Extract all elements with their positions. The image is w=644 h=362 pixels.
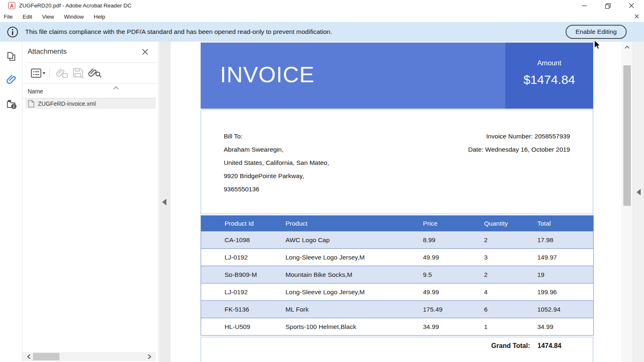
- expand-tools-pane-icon[interactable]: [637, 189, 641, 195]
- open-attachment-icon[interactable]: [55, 66, 69, 81]
- menu-file[interactable]: File: [4, 12, 13, 21]
- cell-product: Mountain Bike Socks,M: [262, 266, 400, 283]
- cell-total: 199.96: [522, 283, 594, 301]
- menu-view[interactable]: View: [42, 12, 54, 21]
- notification-message: This file claims compliance with the PDF…: [25, 28, 332, 36]
- table-row: LJ-0192 Long-Sleeve Logo Jersey,M 49.99 …: [201, 283, 594, 301]
- panel-splitter[interactable]: [159, 42, 170, 362]
- toolbar-separator: [50, 67, 50, 79]
- page-thumbnails-icon[interactable]: [6, 51, 17, 62]
- cell-price: 175.49: [400, 301, 461, 318]
- search-attachments-icon[interactable]: [88, 66, 102, 81]
- table-row: CA-1098 AWC Logo Cap 8.99 2 17.98: [201, 231, 594, 249]
- menu-window[interactable]: Window: [64, 12, 84, 21]
- file-icon: [28, 100, 34, 107]
- cell-product: Sports-100 Helmet,Black: [262, 318, 400, 336]
- vertical-scroll-thumb[interactable]: [623, 65, 631, 206]
- cell-price: 8.99: [400, 231, 461, 249]
- horizontal-scroll-thumb[interactable]: [33, 353, 59, 360]
- attachments-paperclip-icon[interactable]: [6, 74, 17, 85]
- column-quantity: Quantity: [461, 216, 522, 231]
- cell-product-id: LJ-0192: [201, 283, 262, 301]
- invoice-number: Invoice Number: 2058557939: [468, 130, 570, 143]
- billto-line: Abraham Swearegin,: [224, 143, 329, 156]
- name-column-label: Name: [28, 88, 43, 95]
- document-pane: INVOICE Amount $1474.84 Bill To: Abraham…: [171, 42, 621, 362]
- close-bar-icon[interactable]: [633, 13, 641, 20]
- panel-divider: [28, 62, 156, 63]
- column-product: Product: [262, 216, 400, 231]
- column-product-id: Product Id: [201, 216, 262, 231]
- cell-product-id: FK-5136: [201, 301, 262, 318]
- cell-total: 149.97: [522, 249, 594, 266]
- cell-product-id: LJ-0192: [201, 249, 262, 266]
- billto-line: 9365550136: [224, 183, 329, 196]
- info-icon: [7, 26, 18, 38]
- pdfa-notification-bar: This file claims compliance with the PDF…: [0, 22, 644, 42]
- cell-quantity: 1: [461, 318, 522, 336]
- menu-bar: File Edit View Window Help: [0, 12, 644, 22]
- sort-ascending-icon: [113, 86, 119, 90]
- invoice-title: INVOICE: [220, 62, 315, 87]
- acrobat-app-icon: [8, 2, 15, 9]
- acrobat-reader-window: ZUGFeRD20.pdf - Adobe Acrobat Reader DC …: [0, 0, 644, 362]
- cell-product-id: So-B909-M: [201, 266, 262, 283]
- collapse-panel-icon[interactable]: [162, 199, 166, 205]
- billto-line: United States, California, San Mateo,: [224, 156, 329, 169]
- cell-price: 49.99: [400, 249, 461, 266]
- scroll-right-icon[interactable]: [146, 353, 153, 360]
- cell-product-id: HL-U509: [201, 318, 262, 336]
- table-row: FK-5136 ML Fork 175.49 6 1052.94: [201, 301, 594, 318]
- scroll-up-icon[interactable]: [624, 44, 630, 50]
- name-column-header[interactable]: Name: [22, 85, 156, 98]
- table-row: So-B909-M Mountain Bike Socks,M 9.5 2 19: [201, 266, 594, 283]
- cell-total: 19: [522, 266, 594, 283]
- cell-total: 34.99: [522, 318, 594, 336]
- enable-editing-button[interactable]: Enable Editing: [566, 25, 627, 39]
- billto-line: 9920 BridgePointe Parkway,: [224, 169, 329, 183]
- cell-product: ML Fork: [262, 301, 400, 318]
- invoice-meta-block: Invoice Number: 2058557939 Date: Wednesd…: [468, 130, 570, 156]
- cell-total: 17.98: [522, 231, 594, 249]
- attachments-panel: Attachments: [22, 42, 159, 362]
- restore-button[interactable]: [598, 0, 617, 12]
- title-bar: ZUGFeRD20.pdf - Adobe Acrobat Reader DC: [0, 0, 644, 12]
- column-price: Price: [400, 216, 461, 231]
- menu-help[interactable]: Help: [94, 12, 105, 21]
- close-panel-icon[interactable]: [140, 47, 149, 56]
- attachments-panel-title: Attachments: [28, 48, 67, 56]
- cell-product: Long-Sleeve Logo Jersey,M: [262, 249, 400, 266]
- cell-price: 9.5: [400, 266, 461, 283]
- cell-quantity: 2: [461, 231, 522, 249]
- left-navigation-rail: [0, 42, 22, 362]
- attachment-list-item[interactable]: ZUGFeRD-invoice.xml: [25, 98, 156, 109]
- standards-panel-icon[interactable]: [6, 98, 17, 110]
- options-menu-icon[interactable]: [31, 66, 46, 81]
- cell-quantity: 6: [461, 301, 522, 318]
- menu-edit[interactable]: Edit: [23, 12, 32, 21]
- amount-label: Amount: [537, 59, 561, 67]
- cell-product: Long-Sleeve Logo Jersey,M: [262, 283, 400, 301]
- cell-quantity: 4: [461, 283, 522, 301]
- main-area: Attachments: [0, 42, 644, 362]
- grand-total-label: Grand Total:: [491, 342, 530, 350]
- cell-total: 1052.94: [522, 301, 594, 318]
- grand-total-value: 1474.84: [537, 342, 561, 350]
- cell-product: AWC Logo Cap: [262, 231, 400, 249]
- window-title: ZUGFeRD20.pdf - Adobe Acrobat Reader DC: [19, 2, 131, 9]
- scroll-left-icon[interactable]: [26, 353, 32, 360]
- invoice-line-items-table: Product Id Product Price Quantity Total …: [201, 215, 594, 336]
- panel-horizontal-scrollbar[interactable]: [22, 352, 156, 361]
- save-attachment-icon[interactable]: [72, 66, 85, 81]
- close-window-button[interactable]: [622, 0, 641, 12]
- cell-price: 49.99: [400, 283, 461, 301]
- billto-label: Bill To:: [224, 130, 329, 143]
- mouse-cursor: [593, 40, 602, 50]
- document-vertical-scrollbar[interactable]: [621, 42, 633, 362]
- column-total: Total: [522, 216, 594, 231]
- invoice-billto-section: Bill To: Abraham Swearegin, United State…: [201, 110, 593, 214]
- invoice-amount-box: Amount $1474.84: [505, 43, 593, 109]
- invoice-header-banner: INVOICE Amount $1474.84: [201, 43, 593, 109]
- minimize-button[interactable]: [575, 0, 594, 12]
- table-row: HL-U509 Sports-100 Helmet,Black 34.99 1 …: [201, 318, 594, 336]
